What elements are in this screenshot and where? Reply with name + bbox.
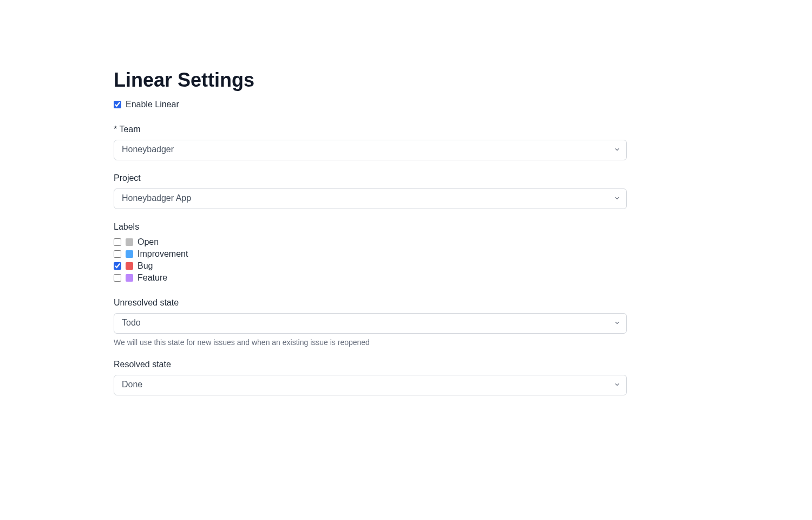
team-select[interactable]: Honeybadger — [114, 140, 627, 160]
unresolved-select-wrap: Todo — [114, 313, 627, 334]
unresolved-help-text: We will use this state for new issues an… — [114, 338, 698, 347]
unresolved-select[interactable]: Todo — [114, 313, 627, 334]
labels-list: OpenImprovementBugFeature — [114, 237, 698, 283]
enable-linear-checkbox[interactable] — [114, 101, 121, 108]
team-group: * Team Honeybadger — [114, 125, 698, 160]
project-group: Project Honeybadger App — [114, 173, 698, 209]
unresolved-label: Unresolved state — [114, 298, 698, 308]
enable-linear-label[interactable]: Enable Linear — [126, 100, 179, 109]
resolved-select-wrap: Done — [114, 375, 627, 395]
label-text: Bug — [137, 261, 153, 271]
unresolved-group: Unresolved state Todo We will use this s… — [114, 298, 698, 347]
label-color-swatch — [126, 274, 133, 282]
labels-title: Labels — [114, 222, 698, 232]
label-row: Feature — [114, 273, 698, 283]
page-title: Linear Settings — [114, 69, 698, 91]
label-color-swatch — [126, 250, 133, 258]
team-select-wrap: Honeybadger — [114, 140, 627, 160]
label-text: Improvement — [137, 249, 188, 259]
project-label: Project — [114, 173, 698, 183]
resolved-group: Resolved state Done — [114, 360, 698, 395]
label-row: Improvement — [114, 249, 698, 259]
resolved-select[interactable]: Done — [114, 375, 627, 395]
label-checkbox[interactable] — [114, 274, 121, 282]
label-row: Open — [114, 237, 698, 247]
team-label: * Team — [114, 125, 698, 134]
label-checkbox[interactable] — [114, 238, 121, 246]
labels-group: Labels OpenImprovementBugFeature — [114, 222, 698, 283]
label-color-swatch — [126, 238, 133, 246]
label-color-swatch — [126, 262, 133, 270]
project-select-wrap: Honeybadger App — [114, 188, 627, 209]
label-text: Open — [137, 237, 159, 247]
label-checkbox[interactable] — [114, 250, 121, 258]
label-text: Feature — [137, 273, 167, 283]
label-checkbox[interactable] — [114, 262, 121, 270]
label-row: Bug — [114, 261, 698, 271]
enable-linear-row: Enable Linear — [114, 100, 698, 109]
resolved-label: Resolved state — [114, 360, 698, 369]
project-select[interactable]: Honeybadger App — [114, 188, 627, 209]
